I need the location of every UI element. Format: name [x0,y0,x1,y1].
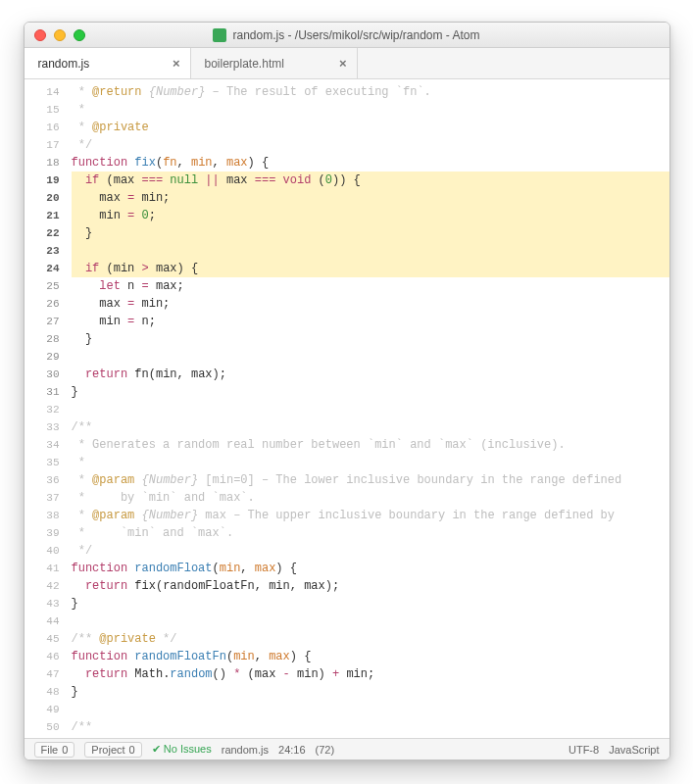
selection-length: (72) [316,744,335,756]
line-number: 28 [25,330,60,348]
line-number: 23 [25,242,60,260]
code-line[interactable]: function fix(fn, min, max) { [72,154,669,172]
line-number: 30 [25,366,60,383]
traffic-lights [25,29,85,41]
status-filename[interactable]: random.js [222,744,269,756]
code-area[interactable]: * @return {Number} – The result of execu… [68,79,669,738]
file-icon [213,28,226,42]
code-line[interactable]: * @param {Number} [min=0] – The lower in… [72,471,669,489]
line-number: 20 [25,189,60,207]
code-line[interactable]: * @param {Number} max – The upper inclus… [72,507,669,524]
line-number: 33 [25,418,60,436]
code-line[interactable]: return fn(min, max); [72,366,669,383]
code-line[interactable] [72,401,669,418]
zoom-window-button[interactable] [74,29,85,41]
code-line[interactable]: } [72,595,669,612]
code-line[interactable] [72,242,669,260]
cursor-position[interactable]: 24:16 [278,744,306,756]
line-number: 19 [25,172,60,189]
line-number: 39 [25,524,60,542]
line-number: 21 [25,207,60,224]
line-number: 25 [25,277,60,295]
language-selector[interactable]: JavaScript [609,744,659,756]
code-line[interactable]: } [72,224,669,242]
line-number-gutter: 1415161718192021222324252627282930313233… [25,79,68,738]
code-line[interactable]: } [72,383,669,401]
line-number: 43 [25,595,60,612]
code-line[interactable]: /** @private */ [72,630,669,648]
line-number: 29 [25,348,60,366]
line-number: 22 [25,224,60,242]
minimize-window-button[interactable] [54,29,66,41]
close-icon[interactable]: × [173,56,180,71]
code-line[interactable] [72,612,669,630]
line-number: 47 [25,665,60,683]
line-number: 41 [25,560,60,577]
tab-boilerplate-html[interactable]: boilerplate.html × [191,48,358,78]
code-line[interactable]: function randomFloat(min, max) { [72,560,669,577]
line-number: 24 [25,260,60,277]
line-number: 50 [25,718,60,736]
line-number: 40 [25,542,60,560]
line-number: 15 [25,101,60,119]
line-number: 38 [25,507,60,524]
code-line[interactable]: min = 0; [72,207,669,224]
code-line[interactable]: /** [72,418,669,436]
file-issues-badge[interactable]: File 0 [34,742,75,758]
line-number: 46 [25,648,60,665]
code-line[interactable]: max = min; [72,189,669,207]
code-line[interactable]: * by `min` and `max`. [72,489,669,507]
code-line[interactable]: * [72,101,669,119]
editor[interactable]: 1415161718192021222324252627282930313233… [25,79,669,738]
line-number: 44 [25,612,60,630]
line-number: 36 [25,471,60,489]
code-line[interactable]: */ [72,136,669,154]
code-line[interactable]: if (min > max) { [72,260,669,277]
line-number: 26 [25,295,60,313]
code-line[interactable]: if (max === null || max === void (0)) { [72,172,669,189]
line-number: 48 [25,683,60,701]
line-number: 17 [25,136,60,154]
code-line[interactable]: min = n; [72,313,669,330]
issues-status[interactable]: ✔ No Issues [152,743,212,756]
close-icon[interactable]: × [339,56,347,71]
line-number: 16 [25,119,60,136]
code-line[interactable] [72,701,669,718]
line-number: 34 [25,436,60,454]
line-number: 42 [25,577,60,595]
line-number: 35 [25,454,60,471]
code-line[interactable]: * `min` and `max`. [72,524,669,542]
code-line[interactable]: * [72,454,669,471]
code-line[interactable]: /** [72,718,669,736]
code-line[interactable] [72,348,669,366]
tab-label: random.js [38,57,90,71]
line-number: 32 [25,401,60,418]
line-number: 45 [25,630,60,648]
status-bar: File 0 Project 0 ✔ No Issues random.js 2… [25,738,669,760]
close-window-button[interactable] [34,29,46,41]
line-number: 14 [25,83,60,101]
line-number: 18 [25,154,60,172]
code-line[interactable]: max = min; [72,295,669,313]
window-title: random.js - /Users/mikol/src/wip/random … [232,28,479,42]
tab-random-js[interactable]: random.js × [25,48,191,78]
encoding-selector[interactable]: UTF-8 [569,744,599,756]
code-line[interactable]: function randomFloatFn(min, max) { [72,648,669,665]
line-number: 37 [25,489,60,507]
code-line[interactable]: * Generates a random real number between… [72,436,669,454]
titlebar: random.js - /Users/mikol/src/wip/random … [25,23,669,48]
code-line[interactable]: return Math.random() * (max - min) + min… [72,665,669,683]
line-number: 31 [25,383,60,401]
project-issues-badge[interactable]: Project 0 [84,742,141,758]
tab-bar: random.js × boilerplate.html × [25,48,669,79]
line-number: 27 [25,313,60,330]
app-window: random.js - /Users/mikol/src/wip/random … [24,22,670,760]
tab-label: boilerplate.html [205,57,284,71]
code-line[interactable]: return fix(randomFloatFn, min, max); [72,577,669,595]
code-line[interactable]: let n = max; [72,277,669,295]
code-line[interactable]: } [72,683,669,701]
code-line[interactable]: * @private [72,119,669,136]
code-line[interactable]: } [72,330,669,348]
code-line[interactable]: * @return {Number} – The result of execu… [72,83,669,101]
code-line[interactable]: */ [72,542,669,560]
